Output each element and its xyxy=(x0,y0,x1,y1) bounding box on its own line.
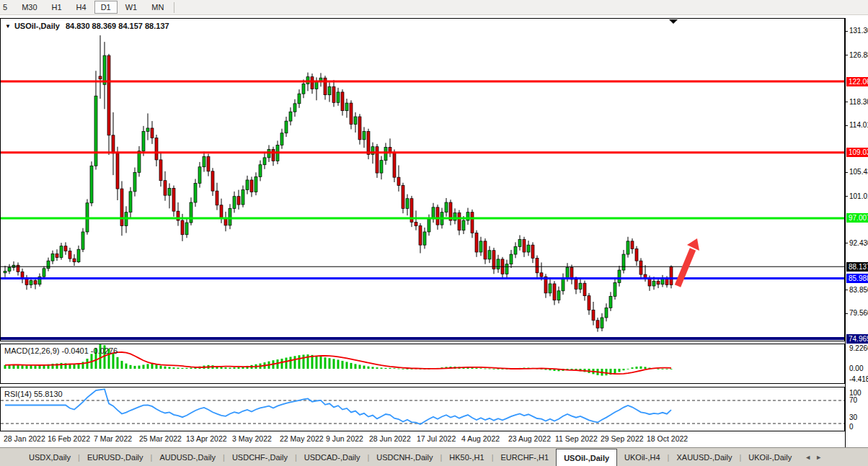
price-tag-97-007: 97.007 xyxy=(846,213,868,223)
chart-tab-bar: USDX,Daily|EURUSD-,Daily|AUDUSD-,Daily|U… xyxy=(0,447,868,466)
date-label: 22 May 2022 xyxy=(280,434,324,443)
tab-audusd-daily[interactable]: AUDUSD-,Daily xyxy=(152,448,223,466)
timeframe-button-d1[interactable]: D1 xyxy=(94,1,118,14)
chart-dropdown-icon[interactable]: ▼ xyxy=(5,23,11,30)
date-label: 7 Mar 2022 xyxy=(94,434,132,443)
price-axis-tick xyxy=(846,55,848,55)
tab-usdcad-daily[interactable]: USDCAD-,Daily xyxy=(297,448,368,466)
date-label: 17 Jul 2022 xyxy=(417,434,456,443)
date-label: 28 Jun 2022 xyxy=(369,434,411,443)
price-tag-88-137: 88.137 xyxy=(846,262,868,272)
timeframe-button-mn[interactable]: MN xyxy=(145,1,170,14)
timeframe-button-w1[interactable]: W1 xyxy=(119,1,144,14)
tab-usoil-daily[interactable]: USOil-,Daily xyxy=(556,449,617,466)
price-axis-tick xyxy=(846,290,848,290)
price-tag-122-06: 122.06 xyxy=(846,77,868,86)
price-axis-label: 92.430 xyxy=(849,239,868,248)
price-axis-label: 101.01 xyxy=(849,192,868,201)
tab-usdcnh-daily[interactable]: USDCNH-,Daily xyxy=(369,448,440,466)
macd-axis-label: 9.2266 xyxy=(849,344,868,353)
tab-eurchf-h1[interactable]: EURCHF-,H1 xyxy=(494,448,557,466)
timeframe-button-h1[interactable]: H1 xyxy=(45,1,68,14)
chart-shift-marker-icon xyxy=(669,19,678,24)
tab-ukoil-h4[interactable]: UKOil-,H4 xyxy=(617,448,668,466)
trading-platform-window: 5M30H1H4D1W1MN ▼ USOil-,Daily 84.830 88.… xyxy=(0,0,868,466)
tab-hk50-h1[interactable]: HK50-,H1 xyxy=(442,448,491,466)
timeframe-button-m30[interactable]: M30 xyxy=(15,1,43,14)
timeframe-button-h4[interactable]: H4 xyxy=(70,1,93,14)
macd-label: MACD(12,26,9) -0.0401 -0.0276 xyxy=(4,346,118,355)
tab-scroll-right-icon[interactable]: ► xyxy=(815,454,822,461)
date-label: 9 Jun 2022 xyxy=(326,434,363,443)
chart-symbol: USOil-,Daily xyxy=(14,22,60,30)
date-label: 4 Aug 2022 xyxy=(461,434,500,443)
macd-axis-label: 0.00 xyxy=(849,364,868,373)
date-label: 23 Aug 2022 xyxy=(508,434,551,443)
date-label: 28 Jan 2022 xyxy=(4,434,45,443)
date-label: 25 Mar 2022 xyxy=(139,434,182,443)
price-axis-label: 114.01 xyxy=(849,121,868,130)
date-label: 13 Apr 2022 xyxy=(186,434,227,443)
price-tag-109-03: 109.03 xyxy=(846,148,868,157)
price-axis-tick xyxy=(846,102,848,102)
rsi-axis-label: 0 xyxy=(849,423,868,431)
tab-usdx-daily[interactable]: USDX,Daily xyxy=(22,448,78,466)
price-tag-74-969: 74.969 xyxy=(846,334,868,344)
macd-chart xyxy=(1,344,844,383)
price-axis-tick xyxy=(846,313,848,314)
timeframe-toolbar: 5M30H1H4D1W1MN xyxy=(0,0,868,15)
price-tag-85-988: 85.988 xyxy=(846,274,868,283)
candles-group xyxy=(4,35,673,332)
rsi-axis-label: 30 xyxy=(849,413,868,422)
tab-scroll-buttons: ◄► xyxy=(805,448,822,466)
date-label: 16 Feb 2022 xyxy=(48,434,90,443)
candlestick-chart[interactable] xyxy=(1,19,844,341)
price-axis-tick xyxy=(846,172,848,173)
date-label: 3 May 2022 xyxy=(232,434,272,443)
price-axis-label: 131.30 xyxy=(849,27,868,35)
rsi-panel[interactable]: RSI(14) 55.8130 xyxy=(0,387,845,431)
date-label: 29 Sep 2022 xyxy=(601,434,644,443)
price-axis-label: 126.88 xyxy=(849,51,868,60)
price-axis-tick xyxy=(846,243,848,243)
macd-panel[interactable]: MACD(12,26,9) -0.0401 -0.0276 xyxy=(0,344,845,384)
rsi-label: RSI(14) 55.8130 xyxy=(4,390,63,398)
tab-scroll-left-icon[interactable]: ◄ xyxy=(805,454,811,461)
rsi-line xyxy=(5,389,671,424)
macd-axis-label: -4.4188 xyxy=(849,375,868,384)
chart-ohlc-values: 84.830 88.369 84.157 88.137 xyxy=(66,22,169,30)
price-axis-tick xyxy=(846,196,848,197)
price-axis-label: 118.30 xyxy=(849,98,868,107)
price-axis-label: 83.850 xyxy=(849,286,868,295)
rsi-chart xyxy=(1,387,844,431)
toolbar-separator xyxy=(174,2,174,13)
tab-xauusd-daily[interactable]: XAUUSD-,Daily xyxy=(669,448,739,466)
price-axis[interactable]: 131.30126.88118.30114.01105.43101.0192.4… xyxy=(845,18,868,447)
price-axis-tick xyxy=(846,125,848,126)
rsi-axis-label: 70 xyxy=(849,396,868,405)
tab-usdchf-daily[interactable]: USDCHF-,Daily xyxy=(225,448,295,466)
main-chart-panel[interactable]: ▼ USOil-,Daily 84.830 88.369 84.157 88.1… xyxy=(0,18,845,341)
date-axis[interactable]: 28 Jan 202216 Feb 20227 Mar 202225 Mar 2… xyxy=(0,431,845,447)
chart-title: ▼ USOil-,Daily 84.830 88.369 84.157 88.1… xyxy=(5,22,169,30)
date-label: 11 Sep 2022 xyxy=(555,434,598,443)
timeframe-button-5[interactable]: 5 xyxy=(1,1,14,14)
price-axis-tick xyxy=(846,31,848,32)
price-axis-label: 79.560 xyxy=(849,309,868,318)
date-label: 18 Oct 2022 xyxy=(647,434,688,443)
tab-ukoil-daily[interactable]: UKOil-,Daily xyxy=(741,448,799,466)
tab-eurusd-daily[interactable]: EURUSD-,Daily xyxy=(80,448,151,466)
price-axis-label: 105.43 xyxy=(849,168,868,176)
